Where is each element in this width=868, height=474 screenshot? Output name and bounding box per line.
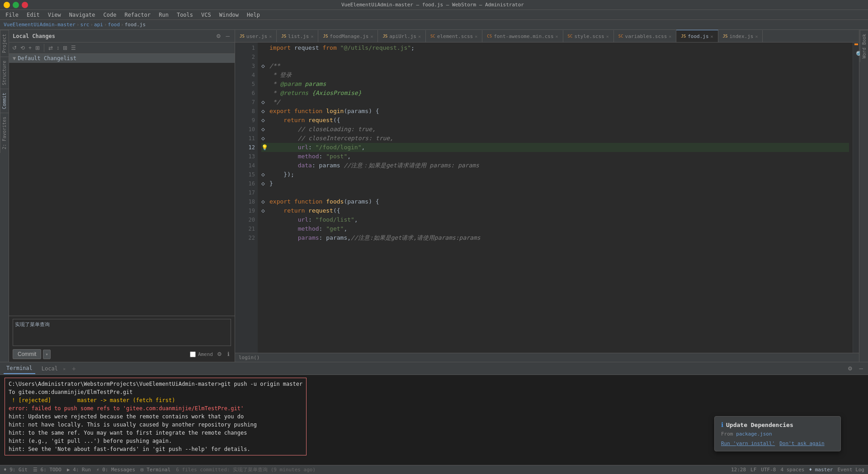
menu-file[interactable]: File bbox=[2, 11, 22, 19]
tab-foodmanage-js[interactable]: JS foodManage.js ✕ bbox=[318, 30, 378, 42]
status-run[interactable]: ▶ 4: Run bbox=[67, 467, 91, 473]
refresh-button[interactable]: ↺ bbox=[11, 44, 18, 52]
vtab-favorites[interactable]: 2: Favorites bbox=[0, 113, 9, 153]
terminal-minimize[interactable]: ─ bbox=[858, 365, 864, 372]
status-branch[interactable]: ♦ master bbox=[809, 467, 833, 473]
status-git-commits[interactable]: ♦ 9: Git bbox=[4, 467, 28, 473]
menu-help[interactable]: Help bbox=[243, 11, 264, 19]
code-line-8: ◇ export function login(params) { bbox=[261, 107, 849, 116]
breadcrumb-food-dir[interactable]: food bbox=[108, 22, 120, 28]
jump-button[interactable]: ↕ bbox=[55, 44, 61, 52]
close-index-js[interactable]: ✕ bbox=[755, 34, 758, 39]
status-messages[interactable]: ⚡ 0: Messages bbox=[96, 467, 135, 473]
commit-settings-button[interactable]: ⚙ bbox=[216, 351, 223, 358]
status-terminal-icon[interactable]: ⊟ Terminal bbox=[141, 467, 170, 473]
yarn-install-link[interactable]: Run 'yarn install' bbox=[721, 441, 775, 446]
code-line-16: ◇ } bbox=[261, 179, 849, 188]
breadcrumb-api[interactable]: api bbox=[94, 22, 103, 28]
close-apiurl-js[interactable]: ✕ bbox=[418, 34, 421, 39]
tab-list-js[interactable]: JS list.js ✕ bbox=[277, 30, 318, 42]
status-right: 12:28 LF UTF-8 4 spaces ♦ master Event L… bbox=[731, 467, 864, 473]
dont-ask-link[interactable]: Don't ask again bbox=[779, 441, 824, 446]
commit-message-input[interactable]: 实现了菜单查询 bbox=[13, 319, 231, 346]
vtab-commit[interactable]: Commit bbox=[0, 89, 9, 113]
code-line-2 bbox=[261, 52, 849, 62]
close-food-js[interactable]: ✕ bbox=[711, 34, 713, 39]
code-line-12: 💡 url: "/food/login", bbox=[261, 143, 849, 152]
status-encoding[interactable]: UTF-8 bbox=[761, 467, 776, 473]
add-button[interactable]: + bbox=[27, 44, 33, 52]
close-foodmanage-js[interactable]: ✕ bbox=[370, 34, 373, 39]
close-element-scss[interactable]: ✕ bbox=[475, 34, 477, 39]
terminal-output-block: C:\Users\Administrator\WebstormProjects\… bbox=[5, 378, 307, 455]
notification-package-link[interactable]: package.json bbox=[736, 431, 772, 437]
menu-refactor[interactable]: Refactor bbox=[121, 11, 154, 19]
menu-tools[interactable]: Tools bbox=[173, 11, 197, 19]
tab-style-scss[interactable]: SC style.scss ✕ bbox=[563, 30, 614, 42]
filter-button[interactable]: ☰ bbox=[70, 44, 77, 52]
breadcrumb-project[interactable]: VueElementUiAdmin-master bbox=[4, 22, 75, 28]
term-line-9: hint: See the 'Note about fast-forwards'… bbox=[9, 445, 302, 453]
line-numbers: 12345 678910 1112131415 1617181920 2122 bbox=[235, 43, 258, 353]
maximize-button[interactable]: □ bbox=[13, 2, 19, 8]
vtab-structure[interactable]: Structure bbox=[0, 57, 9, 89]
menu-vcs[interactable]: VCS bbox=[198, 11, 215, 19]
add-terminal-tab[interactable]: + bbox=[72, 365, 75, 372]
bulb-icon[interactable]: 💡 bbox=[261, 143, 269, 152]
menu-edit[interactable]: Edit bbox=[23, 11, 43, 19]
menu-navigate[interactable]: Navigate bbox=[66, 11, 99, 19]
tab-font-awesome[interactable]: CS font-awesome.min.css ✕ bbox=[482, 30, 563, 42]
local-tab[interactable]: Local ✕ bbox=[39, 364, 68, 374]
close-variables-scss[interactable]: ✕ bbox=[669, 34, 671, 39]
tab-element-scss[interactable]: SC element.scss ✕ bbox=[426, 30, 482, 42]
close-font-awesome[interactable]: ✕ bbox=[556, 34, 558, 39]
close-local-tab[interactable]: ✕ bbox=[63, 366, 66, 371]
amend-label[interactable]: Amend bbox=[190, 351, 213, 357]
status-todo[interactable]: ☰ 6: TODO bbox=[33, 467, 61, 473]
notification-body: From package.json bbox=[721, 431, 834, 437]
term-line-3: ! [rejected] master -> master (fetch fir… bbox=[9, 396, 302, 404]
menu-window[interactable]: Window bbox=[216, 11, 242, 19]
expand-button[interactable]: ⊞ bbox=[61, 44, 69, 52]
panel-minimize-button[interactable]: ─ bbox=[224, 33, 231, 40]
tab-index-js[interactable]: JS index.js ✕ bbox=[718, 30, 763, 42]
rollback-button[interactable]: ⟲ bbox=[19, 44, 26, 52]
minimize-button[interactable]: ─ bbox=[4, 2, 10, 8]
close-user-js[interactable]: ✕ bbox=[269, 34, 272, 39]
editor-scrollbar[interactable] bbox=[853, 43, 859, 353]
tab-user-js[interactable]: JS user.js ✕ bbox=[235, 30, 277, 42]
code-content[interactable]: import request from "@/utils/request.js"… bbox=[258, 43, 853, 353]
menu-view[interactable]: View bbox=[44, 11, 65, 19]
menu-run[interactable]: Run bbox=[155, 11, 172, 19]
code-line-3: ◇ /** bbox=[261, 62, 849, 71]
amend-checkbox[interactable] bbox=[190, 351, 196, 357]
code-line-6: * @returns {AxiosPromise} bbox=[261, 89, 849, 98]
tab-variables-scss[interactable]: SC variables.scss ✕ bbox=[614, 30, 677, 42]
status-spaces[interactable]: 4 spaces bbox=[780, 467, 804, 473]
panel-settings-button[interactable]: ⚙ bbox=[215, 33, 222, 40]
vtab-wordbookmark[interactable]: Word Book bbox=[860, 30, 868, 62]
commit-info-button[interactable]: ℹ bbox=[226, 351, 231, 358]
tab-food-js[interactable]: JS food.js ✕ bbox=[676, 30, 718, 42]
diff-button[interactable]: ⇄ bbox=[47, 44, 54, 52]
breadcrumb-src[interactable]: src bbox=[80, 22, 90, 28]
notification-actions: Run 'yarn install' Don't ask again bbox=[721, 441, 834, 446]
group-button[interactable]: ⊞ bbox=[34, 44, 41, 52]
close-list-js[interactable]: ✕ bbox=[311, 34, 313, 39]
code-line-20: url: "food/list", bbox=[261, 215, 849, 224]
commit-button[interactable]: Commit bbox=[13, 349, 41, 359]
vtab-project[interactable]: Project bbox=[0, 30, 9, 57]
terminal-tab[interactable]: Terminal bbox=[4, 363, 35, 374]
status-bar: ♦ 9: Git ☰ 6: TODO ▶ 4: Run ⚡ 0: Message… bbox=[0, 465, 868, 474]
menu-code[interactable]: Code bbox=[100, 11, 120, 19]
commit-dropdown-button[interactable]: ▾ bbox=[43, 350, 51, 359]
event-log-button[interactable]: Event Log bbox=[837, 467, 864, 473]
code-line-21: method: "get", bbox=[261, 224, 849, 233]
term-line-2: To gitee.com:duanminjie/ElmTestPre.git bbox=[9, 388, 302, 396]
terminal-settings[interactable]: ⚙ bbox=[846, 365, 854, 372]
tab-apiurl-js[interactable]: JS apiUrl.js ✕ bbox=[378, 30, 425, 42]
changelist-item-default[interactable]: ▼ Default Changelist bbox=[9, 54, 235, 63]
status-line-ending[interactable]: LF bbox=[750, 467, 756, 473]
close-button[interactable]: ✕ bbox=[22, 2, 28, 8]
close-style-scss[interactable]: ✕ bbox=[606, 34, 609, 39]
